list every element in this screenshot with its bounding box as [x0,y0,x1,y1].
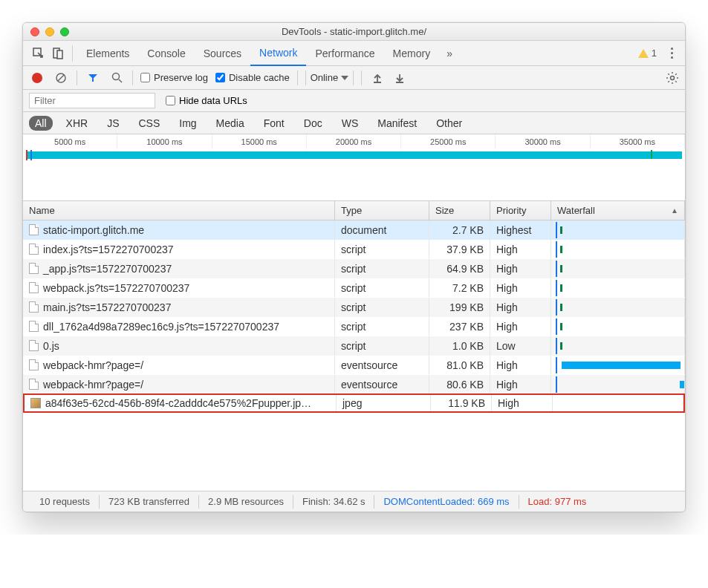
cell-waterfall [551,317,685,336]
settings-menu-icon[interactable] [664,46,679,61]
cell-type: script [335,259,429,278]
timeline-tick: 25000 ms [401,134,496,149]
file-icon [29,263,39,274]
download-har-icon[interactable] [392,70,408,86]
cell-type: eventsource [335,375,429,393]
file-icon [29,359,39,370]
type-filter-js[interactable]: JS [101,116,125,131]
cell-size: 81.0 KB [429,356,490,374]
filter-toggle-icon[interactable] [85,70,101,86]
chevron-down-icon [341,76,348,80]
table-row[interactable]: main.js?ts=1572270700237script199 KBHigh [23,298,685,317]
col-name[interactable]: Name [23,201,335,220]
col-size[interactable]: Size [429,201,490,220]
status-bar: 10 requests 723 KB transferred 2.9 MB re… [23,491,685,512]
disable-cache-input[interactable] [215,73,225,82]
cell-priority: High [490,298,551,316]
type-filter-img[interactable]: Img [173,116,202,131]
file-icon [29,282,39,293]
tab-network[interactable]: Network [250,41,306,66]
gear-icon[interactable] [666,71,679,85]
cell-waterfall [553,395,683,411]
timeline-overview[interactable]: 5000 ms10000 ms15000 ms20000 ms25000 ms3… [23,134,685,201]
col-priority[interactable]: Priority [490,201,551,220]
table-row[interactable]: webpack-hmr?page=/eventsource80.6 KBHigh [23,375,685,394]
table-row[interactable]: 0.jsscript1.0 KBLow [23,336,685,356]
tab-performance[interactable]: Performance [306,41,383,66]
timeline-tick: 30000 ms [496,134,590,149]
type-filter-other[interactable]: Other [430,116,468,131]
tab-memory[interactable]: Memory [384,41,440,66]
type-filter-doc[interactable]: Doc [298,116,328,131]
cell-size: 37.9 KB [429,240,490,258]
svg-point-5 [112,74,119,80]
file-icon [29,340,39,351]
type-filter-media[interactable]: Media [210,116,250,131]
warnings-badge[interactable]: 1 [638,48,657,59]
cell-name: webpack-hmr?page=/ [23,356,335,374]
tab-sources[interactable]: Sources [195,41,250,66]
table-row[interactable]: a84f63e5-62cd-456b-89f4-c2adddc4e575%2Fp… [23,393,685,413]
cell-size: 80.6 KB [429,375,490,393]
cell-name: 0.js [23,336,335,355]
cell-name: _app.js?ts=1572270700237 [23,259,335,278]
cell-type: document [335,220,429,239]
file-icon [29,244,39,255]
table-row[interactable]: webpack.js?ts=1572270700237script7.2 KBH… [23,278,685,298]
type-filter-manifest[interactable]: Manifest [371,116,423,131]
panel-tabs: Elements Console Sources Network Perform… [23,41,685,66]
cell-priority: High [490,356,551,374]
cell-type: script [335,278,429,297]
status-requests: 10 requests [30,495,100,509]
table-row[interactable]: _app.js?ts=1572270700237script64.9 KBHig… [23,259,685,278]
cell-name: webpack-hmr?page=/ [23,375,335,393]
table-row[interactable]: dll_1762a4d98a7289ec16c9.js?ts=157227070… [23,317,685,336]
timeline-tick: 10000 ms [117,134,212,149]
tab-elements[interactable]: Elements [77,41,138,66]
svg-rect-2 [57,50,62,59]
inspect-icon[interactable] [29,44,48,63]
col-waterfall[interactable]: Waterfall▲ [551,201,685,220]
search-icon[interactable] [108,70,125,86]
cell-type: script [335,336,429,355]
filter-input[interactable] [29,93,155,108]
type-filter-css[interactable]: CSS [132,116,166,131]
disable-cache-checkbox[interactable]: Disable cache [215,72,290,83]
throttle-select[interactable]: Online [305,71,354,85]
type-filter-font[interactable]: Font [258,116,290,131]
preserve-log-input[interactable] [140,73,150,82]
type-filter-ws[interactable]: WS [336,116,365,131]
table-row[interactable]: webpack-hmr?page=/eventsource81.0 KBHigh [23,356,685,375]
svg-line-4 [58,75,64,81]
cell-type: script [335,298,429,316]
more-tabs-icon[interactable]: » [439,48,460,59]
maximize-icon[interactable] [60,27,69,36]
type-filter-bar: AllXHRJSCSSImgMediaFontDocWSManifestOthe… [23,112,685,134]
hide-urls-input[interactable] [166,96,175,105]
file-icon [29,301,39,313]
col-type[interactable]: Type [335,201,429,220]
type-filter-xhr[interactable]: XHR [60,116,94,131]
table-row[interactable]: index.js?ts=1572270700237script37.9 KBHi… [23,240,685,259]
cell-size: 7.2 KB [429,278,490,297]
device-icon[interactable] [48,44,68,63]
close-icon[interactable] [30,27,39,36]
minimize-icon[interactable] [45,27,54,36]
status-transferred: 723 KB transferred [100,495,199,509]
cell-priority: High [490,278,551,297]
status-resources: 2.9 MB resources [199,495,293,509]
cell-priority: High [490,317,551,336]
tab-console[interactable]: Console [138,41,194,66]
preserve-log-checkbox[interactable]: Preserve log [140,72,208,83]
hide-data-urls-checkbox[interactable]: Hide data URLs [166,95,247,106]
type-filter-all[interactable]: All [29,116,53,131]
table-row[interactable]: static-import.glitch.medocument2.7 KBHig… [23,220,685,240]
timeline-tick: 20000 ms [307,134,401,149]
file-icon [29,379,39,390]
upload-har-icon[interactable] [369,70,386,86]
cell-type: jpeg [337,395,431,411]
record-button[interactable] [29,70,45,86]
window-controls [23,27,69,36]
clear-button[interactable] [53,70,69,86]
status-domcontentloaded: DOMContentLoaded: 669 ms [374,495,519,509]
